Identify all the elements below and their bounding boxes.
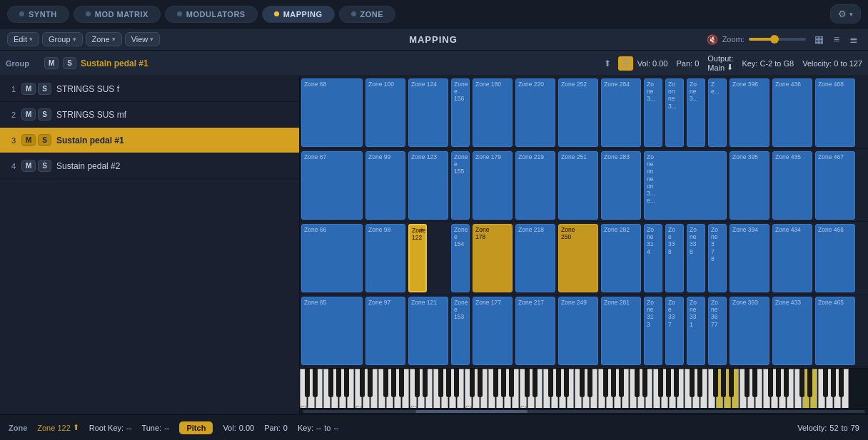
zone-block[interactable]: Zone 282 [601, 224, 641, 292]
black-key[interactable] [564, 369, 569, 397]
settings-button[interactable]: ⚙ ▾ [830, 4, 861, 24]
black-key[interactable] [799, 369, 804, 397]
black-key[interactable] [823, 369, 828, 397]
zone-block[interactable]: Z e... [708, 78, 727, 147]
black-key[interactable] [344, 369, 349, 397]
black-key[interactable] [697, 369, 702, 397]
black-key[interactable] [611, 369, 616, 397]
black-key[interactable] [721, 369, 726, 397]
zone-block[interactable]: Zo e 33 8 [665, 224, 684, 292]
black-key[interactable] [752, 369, 757, 397]
row3-s-btn[interactable]: S [38, 134, 51, 146]
zone-block[interactable]: Zone 251 [558, 151, 598, 220]
group-row-2[interactable]: 2 M S STRINGS SUS mf [0, 102, 299, 128]
bar-chart-icon[interactable]: ▦ [812, 32, 827, 46]
row2-m-btn[interactable]: M [21, 108, 36, 121]
black-key[interactable] [690, 369, 695, 397]
zone-block[interactable]: Zone 393 [730, 297, 769, 365]
zone-block[interactable]: Zone 436 [772, 78, 812, 147]
zone-block[interactable]: Zone 435 [772, 151, 812, 220]
black-key[interactable] [446, 369, 451, 397]
scroll-thumb[interactable] [415, 410, 528, 413]
black-key[interactable] [556, 369, 561, 397]
black-key[interactable] [635, 369, 640, 397]
zone-block[interactable]: Zone 99 [365, 151, 405, 220]
black-key[interactable] [619, 369, 624, 397]
tab-mapping[interactable]: MAPPING [262, 6, 335, 23]
black-key[interactable] [713, 369, 718, 397]
black-key[interactable] [580, 369, 585, 397]
grid-view-icon[interactable]: ≣ [847, 32, 861, 46]
black-key[interactable] [768, 369, 773, 397]
black-key[interactable] [501, 369, 506, 397]
zone-block[interactable]: Zone 217 [515, 297, 555, 365]
black-key[interactable] [470, 369, 475, 397]
zone-block[interactable]: Zone 220 [515, 78, 555, 147]
zone-block[interactable]: Zone 394 [730, 224, 769, 292]
black-key[interactable] [368, 369, 373, 397]
zone-block[interactable]: Zone 66 [301, 224, 363, 292]
row4-m-btn[interactable]: M [21, 160, 36, 172]
black-key[interactable] [399, 369, 404, 397]
group-row-4[interactable]: 4 M S Sustain pedal #2 [0, 153, 299, 179]
black-key[interactable] [454, 369, 459, 397]
zone-block[interactable]: Zone e 155 [451, 151, 470, 220]
black-key[interactable] [438, 369, 443, 397]
zone-block[interactable]: Zone 65 [301, 297, 363, 365]
status-zone-name[interactable]: Zone 122 ⬆ [37, 423, 79, 432]
zone-block[interactable]: Zo on ne 3... [665, 78, 684, 147]
zone-block[interactable]: Zone 249 [558, 297, 598, 365]
group-s-button[interactable]: S [63, 57, 76, 69]
zone-block[interactable]: Zone 100 [365, 78, 405, 147]
tab-modulators[interactable]: MODULATORS [165, 6, 258, 23]
black-key[interactable] [674, 369, 679, 397]
black-key[interactable] [533, 369, 538, 397]
zone-block[interactable]: Zone 396 [730, 78, 769, 147]
row1-s-btn[interactable]: S [38, 83, 51, 95]
group-row-3[interactable]: 3 M S Sustain pedal #1 [0, 128, 299, 153]
row3-m-btn[interactable]: M [21, 134, 36, 146]
zone-block[interactable]: Zo ne on ne on 3... e... [644, 151, 727, 220]
zone-block[interactable]: Zone 433 [772, 297, 812, 365]
black-key[interactable] [305, 369, 310, 397]
group-up-arrow[interactable]: ⬆ [601, 57, 614, 70]
scroll-bar[interactable] [300, 408, 868, 414]
zone-block[interactable]: Zo ne 33 8 [687, 224, 705, 292]
zone-block[interactable]: Zone 121 [408, 297, 448, 365]
black-key[interactable] [493, 369, 498, 397]
zone-block[interactable]: Zo ne 31 4 [644, 224, 662, 292]
zone-block[interactable]: Zone 219 [515, 151, 555, 220]
black-key[interactable] [383, 369, 388, 397]
zone-block[interactable]: Zone 177 [473, 297, 513, 365]
zone-block[interactable]: Zone 178 [473, 224, 513, 292]
black-key[interactable] [391, 369, 396, 397]
black-key[interactable] [658, 369, 663, 397]
black-key[interactable] [313, 369, 318, 397]
group-row-1[interactable]: 1 M S STRINGS SUS f [0, 76, 299, 102]
list-view-icon[interactable]: ≡ [831, 32, 842, 46]
zone-block[interactable]: Zo ne 36 77 [708, 297, 727, 365]
black-key[interactable] [666, 369, 671, 397]
row2-s-btn[interactable]: S [38, 108, 51, 121]
zone-block[interactable]: Zone 466 [815, 224, 855, 292]
zone-block[interactable]: Zone 395 [730, 151, 769, 220]
zone-block[interactable]: Zone 465 [815, 297, 855, 365]
group-list-button[interactable]: ☰ [618, 56, 633, 71]
zone-block[interactable]: Zone 283 [601, 151, 641, 220]
row1-m-btn[interactable]: M [21, 83, 36, 95]
group-m-button[interactable]: M [44, 57, 59, 69]
zone-block[interactable]: Zone 68 [301, 78, 363, 147]
zone-block[interactable]: Zone 122⤢ [408, 224, 427, 292]
zone-block[interactable]: Zone 123 [408, 151, 448, 220]
zone-block[interactable]: Zone e 154 [451, 224, 470, 292]
black-key[interactable] [776, 369, 781, 397]
group-dropdown[interactable]: Group ▾ [42, 32, 83, 46]
black-key[interactable] [548, 369, 553, 397]
zone-block[interactable]: Zone 97 [365, 297, 405, 365]
black-key[interactable] [603, 369, 608, 397]
zone-dropdown[interactable]: Zone ▾ [86, 32, 122, 46]
zone-block[interactable]: Zone e 153 [451, 297, 470, 365]
black-key[interactable] [784, 369, 789, 397]
zone-block[interactable]: Zo ne 33 1 [687, 297, 705, 365]
row4-s-btn[interactable]: S [38, 160, 51, 172]
